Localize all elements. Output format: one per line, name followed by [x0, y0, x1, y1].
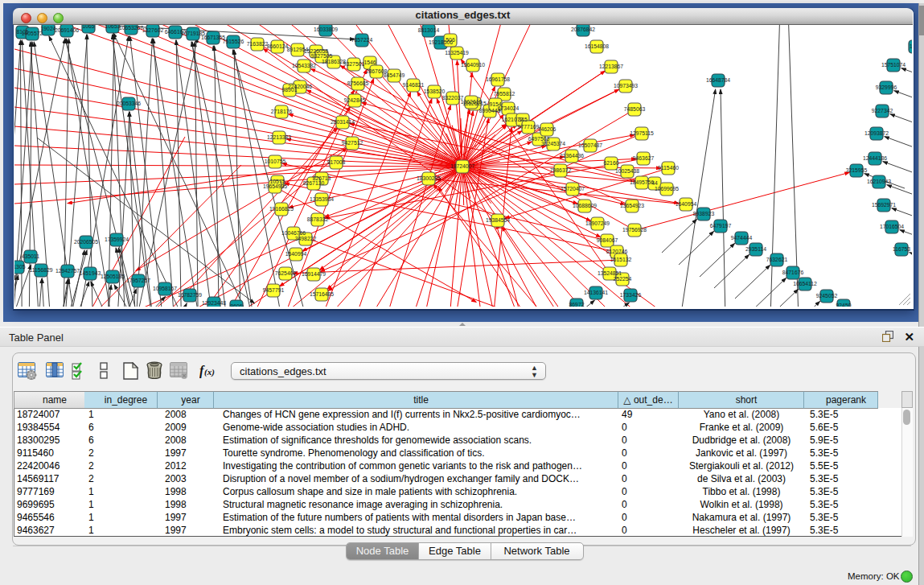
svg-text:10543382: 10543382	[292, 63, 316, 68]
svg-text:12942757: 12942757	[55, 268, 80, 274]
svg-text:1112: 1112	[910, 43, 912, 49]
svg-text:1538520: 1538520	[424, 89, 446, 94]
svg-text:6479197: 6479197	[710, 223, 732, 229]
svg-text:15716485: 15716485	[310, 291, 334, 297]
svg-text:15640910: 15640910	[461, 62, 485, 68]
svg-text:8660124: 8660124	[267, 43, 289, 49]
svg-text:10507487: 10507487	[578, 142, 602, 148]
svg-text:13353934: 13353934	[310, 196, 334, 202]
svg-text:18186328: 18186328	[322, 59, 346, 64]
svg-text:18300295: 18300295	[417, 175, 441, 181]
svg-text:15720407: 15720407	[561, 186, 585, 192]
svg-text:7163822: 7163822	[247, 41, 269, 47]
svg-text:7857224: 7857224	[351, 37, 373, 43]
svg-text:8756685: 8756685	[347, 80, 369, 86]
svg-text:20691406: 20691406	[55, 27, 79, 33]
svg-text:10699695: 10699695	[655, 186, 679, 192]
svg-text:9242845: 9242845	[344, 97, 366, 103]
svg-text:19166825: 19166825	[269, 206, 294, 212]
svg-text:9115460: 9115460	[658, 165, 679, 171]
svg-text:10046766: 10046766	[281, 230, 306, 236]
svg-text:16154808: 16154808	[585, 43, 609, 49]
svg-text:10688609: 10688609	[573, 203, 597, 208]
svg-text:9777169: 9777169	[518, 124, 540, 130]
svg-text:13654923: 13654923	[620, 203, 644, 208]
svg-text:6120746: 6120746	[606, 249, 628, 254]
svg-text:18724007: 18724007	[450, 163, 474, 169]
svg-text:1451943: 1451943	[80, 270, 101, 276]
svg-text:21364436: 21364436	[560, 153, 584, 159]
svg-text:16033809: 16033809	[314, 27, 338, 32]
svg-text:18495756: 18495756	[630, 179, 654, 185]
svg-text:15692971: 15692971	[872, 202, 896, 208]
svg-text:11325419: 11325419	[445, 50, 469, 56]
svg-text:9327501: 9327501	[343, 61, 365, 67]
svg-text:19384554: 19384554	[486, 217, 510, 223]
svg-text:12975115: 12975115	[630, 130, 654, 136]
svg-text:14136141: 14136141	[584, 290, 608, 295]
svg-text:16782759: 16782759	[178, 292, 202, 298]
svg-text:7625402: 7625402	[275, 270, 297, 276]
svg-text:1615132: 1615132	[610, 257, 632, 262]
svg-text:20053346: 20053346	[117, 101, 141, 106]
svg-text:17957257: 17957257	[126, 278, 150, 283]
svg-text:1540994: 1540994	[285, 251, 307, 257]
svg-text:44: 44	[651, 180, 658, 186]
svg-text:19756928: 19756928	[622, 227, 647, 233]
svg-text:62160: 62160	[604, 160, 619, 166]
svg-text:10025438: 10025438	[615, 168, 639, 174]
svg-text:1010755: 1010755	[265, 159, 286, 164]
svg-text:8813014: 8813014	[418, 27, 440, 33]
svg-text:12213867: 12213867	[599, 64, 623, 69]
svg-text:81305: 81305	[14, 264, 26, 270]
svg-text:1065: 1065	[82, 25, 94, 29]
svg-text:1362615: 1362615	[461, 99, 483, 105]
svg-text:12444186: 12444186	[863, 155, 887, 161]
svg-text:7632621: 7632621	[766, 257, 788, 262]
svg-text:10653267: 10653267	[119, 25, 143, 31]
svg-text:8454749: 8454749	[384, 72, 405, 78]
svg-text:18907249: 18907249	[585, 220, 610, 226]
svg-text:7955812: 7955812	[494, 91, 515, 97]
svg-text:8878332: 8878332	[307, 216, 329, 222]
svg-text:7485063: 7485063	[624, 106, 646, 112]
svg-text:9463627: 9463627	[633, 155, 655, 161]
svg-text:1640954: 1640954	[676, 201, 697, 207]
svg-text:16671355: 16671355	[201, 35, 225, 40]
svg-text:2935114: 2935114	[745, 246, 766, 252]
svg-text:10653: 10653	[105, 25, 121, 29]
svg-text:98901: 98901	[282, 87, 298, 93]
svg-text:9227342: 9227342	[872, 108, 893, 113]
svg-text:12923448: 12923448	[202, 300, 226, 306]
svg-text:2718176: 2718176	[271, 109, 293, 114]
svg-text:817008: 817008	[327, 159, 346, 165]
svg-text:9474444: 9474444	[731, 235, 753, 241]
svg-text:3215955: 3215955	[846, 167, 868, 173]
svg-text:16914479: 16914479	[302, 271, 326, 277]
svg-text:116753: 116753	[893, 246, 910, 252]
svg-text:8471676: 8471676	[782, 270, 804, 275]
svg-text:6734024: 6734024	[498, 105, 519, 111]
svg-text:31245374: 31245374	[541, 141, 565, 146]
svg-text:1327602: 1327602	[142, 27, 164, 33]
svg-text:10958167: 10958167	[153, 286, 177, 291]
svg-text:8938923: 8938923	[693, 211, 715, 216]
svg-text:28031414: 28031414	[331, 119, 355, 125]
svg-text:10973493: 10973493	[614, 83, 638, 89]
svg-text:13524851: 13524851	[598, 270, 622, 276]
svg-text:9427512: 9427512	[342, 140, 363, 146]
svg-text:7515526: 7515526	[223, 39, 244, 44]
svg-text:435011: 435011	[22, 253, 39, 259]
svg-text:10654112: 10654112	[793, 281, 817, 286]
svg-text:252254: 252254	[614, 276, 632, 282]
svg-text:92450: 92450	[836, 303, 852, 307]
svg-text:506: 506	[446, 37, 455, 43]
svg-text:19654935: 19654935	[263, 183, 287, 189]
svg-text:746206: 746206	[538, 126, 556, 132]
svg-text:16961758: 16961758	[486, 76, 510, 82]
svg-text:345: 345	[518, 117, 528, 122]
svg-text:9329996: 9329996	[876, 84, 897, 90]
svg-text:8267130: 8267130	[303, 180, 325, 186]
svg-text:1546: 1546	[363, 60, 376, 65]
svg-text:1405572: 1405572	[22, 31, 43, 36]
